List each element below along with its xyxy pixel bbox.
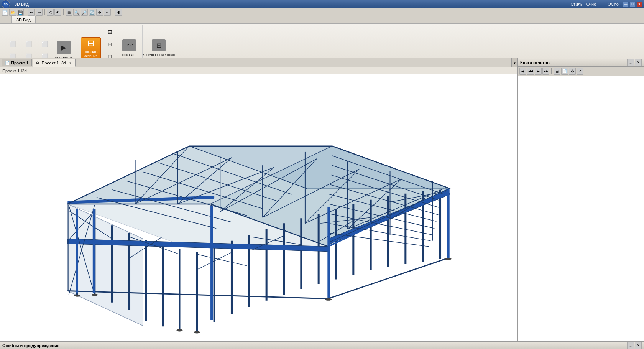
svg-point-100	[92, 294, 98, 296]
tb-pan[interactable]: ✥	[96, 9, 103, 16]
svg-point-103	[325, 298, 332, 301]
structure-svg	[0, 74, 518, 341]
tb-open[interactable]: 📂	[9, 9, 16, 16]
breadcrumb: Проект 1.I3d	[0, 67, 518, 74]
svg-rect-97	[327, 207, 330, 299]
tab1-label: Проект 1	[11, 61, 28, 65]
rp-print[interactable]: 🖨	[554, 68, 560, 75]
viewport-tab-project1-i3d[interactable]: 🗂 Проект 1.I3d ✕	[33, 59, 76, 67]
title-text: 3D Вид	[15, 2, 29, 7]
rp-back-all[interactable]: ◀◀	[527, 68, 534, 75]
tb-zoom-out[interactable]: 🔎	[81, 9, 88, 16]
bp-close[interactable]: ✕	[635, 342, 642, 349]
tb-print[interactable]: 🖨	[47, 9, 54, 16]
tb-options[interactable]: ⚙	[115, 9, 122, 16]
right-panel-title: Книга отчетов	[520, 60, 550, 65]
style-menu[interactable]: Стиль	[570, 2, 582, 7]
tb-redo[interactable]: ↪	[36, 9, 43, 16]
rp-forward-all[interactable]: ▶▶	[542, 68, 549, 75]
close-button[interactable]: ✕	[636, 2, 642, 7]
rp-export[interactable]: ↗	[577, 68, 583, 75]
tb-save[interactable]: 💾	[17, 9, 24, 16]
svg-point-102	[194, 331, 200, 333]
tab2-label: Проект 1.I3d	[41, 61, 66, 65]
viewport-tab-project1[interactable]: 📄 Проект 1	[2, 59, 32, 66]
maximize-button[interactable]: □	[629, 2, 636, 7]
rp-settings[interactable]: ⚙	[569, 68, 576, 75]
quick-toolbar: 📄 📂 💾 ↩ ↪ 🖨 👁 ⊞ 🔍 🔎 🔄 ✥ ↖ ⚙	[0, 8, 644, 16]
tb-new[interactable]: 📄	[2, 9, 8, 16]
tb-sep2	[44, 9, 45, 15]
app-logo: 3D	[2, 0, 10, 8]
svg-rect-98	[447, 190, 450, 258]
svg-rect-96	[210, 206, 213, 320]
titlebar: 3D 3D Вид Стиль Окно OCho — □ ✕	[0, 0, 644, 8]
viewport-3d[interactable]	[0, 74, 518, 341]
right-panel-toolbar: ◀ ◀◀ ▶ ▶▶ 🖨 📄 ⚙ ↗	[518, 67, 644, 76]
frag-btn-1[interactable]: ⬜	[5, 38, 20, 50]
frag-btn-2[interactable]: ⬜	[21, 38, 36, 50]
right-panel: Книга отчетов _ ✕ ◀ ◀◀ ▶ ▶▶ 🖨 📄 ⚙ ↗	[518, 58, 644, 341]
rp-sep	[551, 68, 552, 74]
svg-point-99	[74, 295, 80, 297]
bottom-area: Ошибки и предупреждения _ ✕ Ошибка или п…	[0, 341, 644, 349]
ribbon-tabs: 3D Вид	[0, 16, 644, 24]
viewport-container: 📄 Проект 1 🗂 Проект 1.I3d ✕ ▼ Проект 1.I…	[0, 58, 518, 341]
rp-forward[interactable]: ▶	[535, 68, 542, 75]
tb-sep3	[63, 9, 64, 15]
window-menu[interactable]: Окно	[586, 2, 596, 7]
rp-back[interactable]: ◀	[519, 68, 526, 75]
tabs-dropdown[interactable]: ▼	[511, 58, 518, 67]
tb-rotate[interactable]: 🔄	[89, 9, 95, 16]
svg-point-104	[445, 258, 452, 260]
view-small-2[interactable]: ⊞	[102, 38, 118, 50]
minimize-button[interactable]: —	[623, 2, 629, 7]
ribbon-tab-3dview[interactable]: 3D Вид	[12, 16, 36, 23]
view-small-1[interactable]: ⊞	[102, 26, 118, 38]
bp-minimize[interactable]: _	[627, 342, 634, 349]
tb-select[interactable]: ↖	[104, 9, 111, 16]
right-panel-content	[518, 76, 644, 341]
rp-doc[interactable]: 📄	[561, 68, 568, 75]
tb-preview[interactable]: 👁	[54, 9, 61, 16]
tb-sep1	[26, 9, 26, 15]
bottom-panel-header: Ошибки и предупреждения _ ✕	[0, 342, 644, 349]
svg-point-101	[176, 329, 182, 331]
tab1-icon: 📄	[5, 61, 10, 65]
svg-rect-94	[76, 209, 78, 293]
svg-rect-95	[93, 209, 95, 293]
tb-grid[interactable]: ⊞	[66, 9, 72, 16]
frag-btn-3[interactable]: ⬜	[37, 38, 52, 50]
rp-close[interactable]: ✕	[635, 59, 642, 66]
viewport-tabs: 📄 Проект 1 🗂 Проект 1.I3d ✕ ▼	[0, 58, 518, 67]
tb-undo[interactable]: ↩	[28, 9, 35, 16]
bottom-panel-title: Ошибки и предупреждения	[2, 343, 59, 348]
tab2-icon: 🗂	[36, 61, 40, 65]
right-panel-header: Книга отчетов _ ✕	[518, 58, 644, 67]
window-controls: — □ ✕	[623, 2, 642, 7]
user-name: OCho	[608, 2, 619, 7]
rp-minimize[interactable]: _	[627, 59, 634, 66]
tab2-close[interactable]: ✕	[67, 61, 72, 65]
breadcrumb-text: Проект 1.I3d	[2, 69, 27, 73]
ribbon: 3D Вид ⬜ ⬜ ⬜ ⬜ ⬜ ⬜ ▶	[0, 16, 644, 58]
main-area: 📄 Проект 1 🗂 Проект 1.I3d ✕ ▼ Проект 1.I…	[0, 58, 644, 341]
tb-sep4	[113, 9, 113, 15]
tb-zoom-in[interactable]: 🔍	[73, 9, 80, 16]
